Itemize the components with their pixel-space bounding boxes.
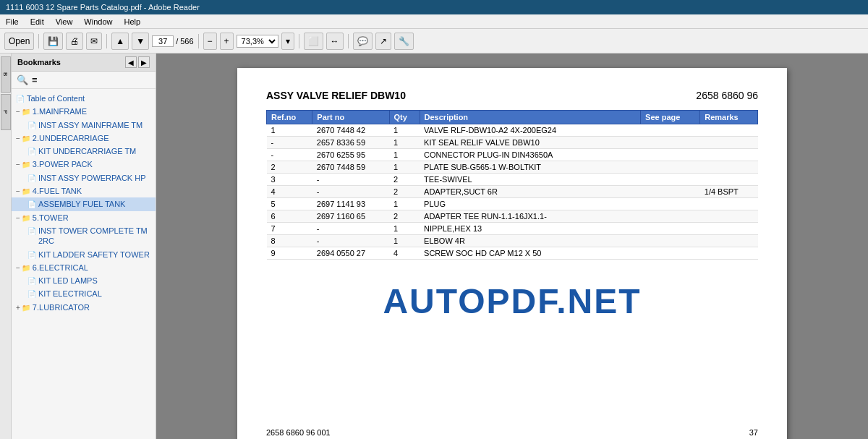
kit-undercarriage-label: KIT UNDERCARRIAGE TM <box>38 146 136 156</box>
cell-refno: 8 <box>267 235 312 247</box>
open-button[interactable]: Open <box>4 33 34 50</box>
cell-refno: 9 <box>267 247 312 260</box>
tree-item-inst-tower[interactable]: 📄 INST TOWER COMPLETE TM 2RC <box>12 224 156 248</box>
cell-qty: 1 <box>389 223 420 235</box>
cell-qty: 2 <box>389 186 420 198</box>
toolbar: Open 💾 🖨 ✉ ▲ ▼ / 566 − + 73,3% 50% 75% 1… <box>0 29 868 54</box>
pages-tab[interactable]: P <box>1 94 11 130</box>
tree-item-powerpack[interactable]: − 📁 3.POWER PACK <box>12 158 156 171</box>
cell-description: ADAPTER TEE RUN-1.1-16JX1.1- <box>420 210 641 223</box>
cell-description: KIT SEAL RELIF VALVE DBW10 <box>420 137 641 149</box>
zoom-dropdown-button[interactable]: ▾ <box>281 33 294 50</box>
cell-qty: 1 <box>389 124 420 137</box>
pdf-page: ASSY VALVE RELIEF DBW10 2658 6860 96 Ref… <box>237 68 787 439</box>
cell-description: CONNECTOR PLUG-IN DIN43650A <box>420 149 641 161</box>
page-number-input[interactable] <box>152 35 174 47</box>
fit-width-button[interactable]: ↔ <box>326 33 344 50</box>
cell-refno: 1 <box>267 124 312 137</box>
pdf-area[interactable]: ASSY VALVE RELIEF DBW10 2658 6860 96 Ref… <box>156 54 868 439</box>
page-header: ASSY VALVE RELIEF DBW10 2658 6860 96 <box>266 90 758 101</box>
cell-seepage <box>641 161 700 174</box>
cell-remarks <box>700 198 758 210</box>
menu-file[interactable]: File <box>6 17 19 26</box>
tree-item-undercarriage[interactable]: − 📁 2.UNDERCARRIAGE <box>12 132 156 145</box>
cell-description: TEE-SWIVEL <box>420 174 641 186</box>
watermark: AUTOPDF.NET <box>266 281 758 321</box>
fit-page-button[interactable]: ⬜ <box>304 33 323 50</box>
tree-item-kit-undercarriage[interactable]: 📄 KIT UNDERCARRIAGE TM <box>12 145 156 158</box>
toolbar-separator-3 <box>198 34 199 48</box>
lubricator-expand-icon: + <box>16 303 20 312</box>
sidebar-collapse-button[interactable]: ◀ <box>125 56 137 68</box>
cell-description: ADAPTER,SUCT 6R <box>420 186 641 198</box>
next-page-button[interactable]: ▼ <box>132 33 149 50</box>
tree-item-kit-led[interactable]: 📄 KIT LED LAMPS <box>12 274 156 287</box>
sidebar-header-buttons: ◀ ▶ <box>125 56 150 68</box>
menu-view[interactable]: View <box>56 17 73 26</box>
powerpack-label: 3.POWER PACK <box>33 159 93 169</box>
tools-button[interactable]: 🔧 <box>394 33 414 50</box>
tree-item-mainframe[interactable]: − 📁 1.MAINFRAME <box>12 105 156 118</box>
cell-qty: 2 <box>389 174 420 186</box>
tree-item-assembly-fuel-tank[interactable]: 📄 ASSEMBLY FUEL TANK <box>12 197 156 210</box>
tree-item-kit-ladder[interactable]: 📄 KIT LADDER SAFETY TOWER <box>12 248 156 261</box>
cell-remarks <box>700 235 758 247</box>
page-footer: 2658 6860 96 001 37 <box>266 428 758 437</box>
cell-partno: - <box>312 174 389 186</box>
print-button[interactable]: 🖨 <box>66 33 83 50</box>
comment-button[interactable]: 💬 <box>353 33 373 50</box>
cell-partno: 2657 8336 59 <box>312 137 389 149</box>
cell-remarks <box>700 247 758 260</box>
parts-table-body: 1 2670 7448 42 1 VALVE RLF-DBW10-A2 4X-2… <box>267 124 758 260</box>
cell-description: PLUG <box>420 198 641 210</box>
cell-remarks: 1/4 BSPT <box>700 186 758 198</box>
menu-edit[interactable]: Edit <box>30 17 44 26</box>
tree-item-electrical[interactable]: − 📁 6.ELECTRICAL <box>12 261 156 274</box>
kit-ladder-label: KIT LADDER SAFETY TOWER <box>38 250 150 260</box>
cell-refno: 7 <box>267 223 312 235</box>
sidebar-options-button[interactable]: ≡ <box>31 74 38 86</box>
tree-item-toc[interactable]: 📄 Table of Content <box>12 92 156 105</box>
th-remarks: Remarks <box>700 111 758 124</box>
cell-partno: - <box>312 235 389 247</box>
save-button[interactable]: 💾 <box>43 33 63 50</box>
electrical-icon: 📁 <box>22 263 30 273</box>
cell-seepage <box>641 198 700 210</box>
main-layout: B P Bookmarks ◀ ▶ 🔍 ≡ 📄 Table of Content… <box>0 54 868 439</box>
menu-help[interactable]: Help <box>124 17 140 26</box>
parts-table-head: Ref.no Part no Qty Description See page … <box>267 111 758 124</box>
toc-icon: 📄 <box>16 94 25 103</box>
cell-refno: 2 <box>267 161 312 174</box>
inst-powerpack-icon: 📄 <box>27 174 36 183</box>
tree-item-kit-electrical[interactable]: 📄 KIT ELECTRICAL <box>12 287 156 300</box>
share-button[interactable]: ↗ <box>375 33 391 50</box>
sidebar-title: Bookmarks <box>17 58 61 67</box>
zoom-out-button[interactable]: − <box>203 33 217 50</box>
table-row: 1 2670 7448 42 1 VALVE RLF-DBW10-A2 4X-2… <box>267 124 758 137</box>
email-button[interactable]: ✉ <box>86 33 102 50</box>
tree-item-tower[interactable]: − 📁 5.TOWER <box>12 211 156 224</box>
sidebar-expand-button[interactable]: ▶ <box>138 56 150 68</box>
inst-tower-label: INST TOWER COMPLETE TM 2RC <box>38 226 156 247</box>
menu-window[interactable]: Window <box>84 17 112 26</box>
cell-qty: 1 <box>389 161 420 174</box>
inst-mainframe-icon: 📄 <box>27 121 36 130</box>
zoom-select[interactable]: 73,3% 50% 75% 100% 125% 150% <box>237 35 278 48</box>
sidebar-search-button[interactable]: 🔍 <box>16 74 29 86</box>
zoom-in-button[interactable]: + <box>220 33 234 50</box>
cell-description: SCREW SOC HD CAP M12 X 50 <box>420 247 641 260</box>
table-header-row: Ref.no Part no Qty Description See page … <box>267 111 758 124</box>
tree-item-lubricator[interactable]: + 📁 7.LUBRICATOR <box>12 301 156 314</box>
table-row: 8 - 1 ELBOW 4R <box>267 235 758 247</box>
cell-partno: 2670 6255 95 <box>312 149 389 161</box>
undercarriage-icon: 📁 <box>22 134 30 143</box>
th-description: Description <box>420 111 641 124</box>
tree-item-inst-powerpack[interactable]: 📄 INST ASSY POWERPACK HP <box>12 171 156 184</box>
kit-led-label: KIT LED LAMPS <box>38 276 98 286</box>
bookmarks-tab[interactable]: B <box>1 56 11 93</box>
tree-item-inst-mainframe[interactable]: 📄 INST ASSY MAINFRAME TM <box>12 119 156 132</box>
cell-seepage <box>641 137 700 149</box>
cell-qty: 1 <box>389 198 420 210</box>
prev-page-button[interactable]: ▲ <box>111 33 129 50</box>
tree-item-fuel-tank[interactable]: − 📁 4.FUEL TANK <box>12 184 156 197</box>
